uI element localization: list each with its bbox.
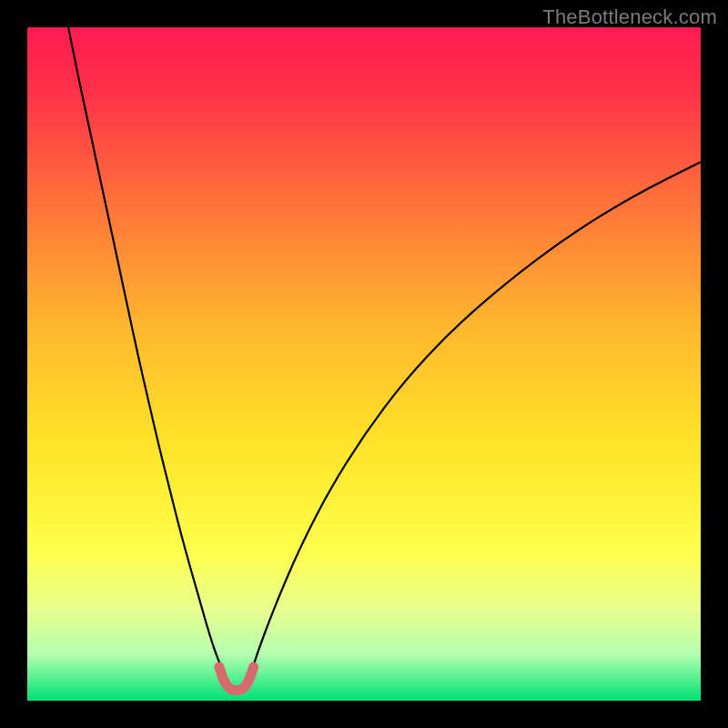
chart-background bbox=[27, 27, 701, 701]
chart-frame: TheBottleneck.com bbox=[0, 0, 728, 728]
watermark-text: TheBottleneck.com bbox=[542, 5, 717, 29]
bottleneck-chart bbox=[0, 0, 728, 728]
